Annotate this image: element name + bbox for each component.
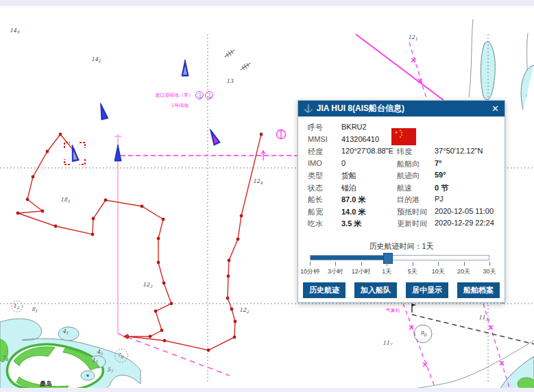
- field-value: PJ: [435, 195, 444, 203]
- tick-label-4: 5天: [408, 267, 417, 276]
- field-value: 87.0 米: [341, 195, 365, 205]
- track-point[interactable]: [207, 349, 210, 352]
- track-point[interactable]: [157, 237, 160, 241]
- field-label: 类型: [308, 171, 323, 181]
- track-point[interactable]: [32, 175, 35, 179]
- track-point[interactable]: [104, 199, 108, 202]
- panel-header: ⚓ JIA HUI 8(AIS船台信息) ✕: [298, 101, 505, 117]
- depth-sounding: 181: [60, 197, 70, 204]
- depth-sounding: 13: [226, 78, 234, 84]
- depth-sounding: 81: [32, 306, 38, 313]
- field-label: 船艏向: [397, 159, 420, 169]
- field-value: 120°27'08.88"E: [341, 147, 393, 155]
- track-point[interactable]: [234, 320, 237, 323]
- field-label: 纬度: [397, 147, 412, 157]
- action-button-3[interactable]: 船舶档案: [457, 282, 500, 298]
- action-button-0[interactable]: 历史航迹: [303, 282, 345, 298]
- action-button-1[interactable]: 加入船队: [354, 282, 397, 298]
- wreck-icon: [223, 48, 236, 60]
- depth-sounding: 12: [13, 303, 20, 310]
- track-point[interactable]: [54, 225, 58, 228]
- tick-mark: [438, 262, 439, 266]
- field-label: 呼号: [308, 123, 323, 133]
- depth-sounding: 115: [478, 315, 489, 321]
- station-label: 气象站: [386, 308, 400, 313]
- depth-sounding: 98: [420, 330, 427, 337]
- track-point[interactable]: [141, 205, 144, 208]
- info-row: 状态锚泊航速0 节: [298, 183, 505, 195]
- track-point[interactable]: [226, 297, 230, 300]
- tick-label-2: 12小时: [352, 267, 371, 276]
- info-row: IMO0船艏向7°: [298, 159, 505, 171]
- depth-contour: [469, 19, 473, 97]
- track-point[interactable]: [227, 275, 230, 278]
- track-point[interactable]: [260, 133, 263, 136]
- track-point[interactable]: [59, 133, 62, 136]
- cable-line: [403, 304, 437, 392]
- ais-info-panel: ⚓ JIA HUI 8(AIS船台信息) ✕ 呼号BKRU2MMSI413206…: [298, 100, 505, 303]
- panel-title: JIA HUI 8(AIS船台信息): [317, 103, 491, 114]
- track-point[interactable]: [162, 218, 165, 221]
- ship[interactable]: [182, 60, 189, 76]
- track-point[interactable]: [228, 259, 231, 262]
- tick-mark: [335, 262, 336, 266]
- track-point[interactable]: [170, 302, 173, 306]
- tick-label-6: 20天: [457, 267, 470, 276]
- field-value: 2020-12-05 11:00: [435, 207, 494, 215]
- field-label: 航迹向: [397, 171, 420, 181]
- track-point[interactable]: [236, 238, 240, 241]
- info-row: 类型货船航迹向59°: [298, 171, 505, 183]
- track-point[interactable]: [163, 339, 167, 343]
- cable-line: [409, 42, 426, 98]
- field-value: 2020-12-29 22:24: [435, 219, 494, 227]
- tick-label-3: 1天: [382, 267, 391, 276]
- field-value: 0: [341, 159, 345, 167]
- depth-sounding: 121: [408, 34, 417, 41]
- ship[interactable]: [97, 102, 108, 120]
- field-label: 船宽: [308, 207, 323, 217]
- track-point[interactable]: [230, 308, 234, 311]
- track-point[interactable]: [157, 261, 160, 265]
- track-point[interactable]: [160, 329, 164, 332]
- field-label: 吃水: [308, 219, 323, 229]
- track-point[interactable]: [240, 215, 243, 218]
- wreck-icon: [239, 61, 252, 73]
- anchorage-label: 1号锚地: [171, 103, 189, 108]
- track-point[interactable]: [16, 212, 20, 215]
- info-row: 吃水3.5 米更新时间2020-12-29 22:24: [298, 219, 505, 231]
- field-label: 预抵时间: [397, 207, 427, 217]
- info-row: 船宽14.0 米预抵时间2020-12-05 11:00: [298, 207, 505, 219]
- anchor-berth-icon: ⚓: [207, 93, 213, 99]
- track-point[interactable]: [92, 217, 95, 221]
- tick-mark: [361, 262, 362, 266]
- info-row: 经度120°27'08.88"E纬度37°50'12.12"N: [298, 147, 505, 159]
- depth-sounding: 124: [253, 178, 263, 185]
- close-icon[interactable]: ✕: [491, 104, 499, 113]
- track-arrow-icon: [123, 334, 128, 339]
- field-value: 7°: [435, 159, 442, 167]
- track-point[interactable]: [46, 150, 49, 154]
- depth-sounding: 142: [91, 56, 101, 63]
- info-row: 船长87.0 米目的港PJ: [298, 195, 505, 207]
- ship[interactable]: [207, 127, 220, 145]
- track-point[interactable]: [26, 198, 29, 201]
- track-point[interactable]: [162, 282, 166, 285]
- bottom-strip: [0, 388, 534, 392]
- slider-track[interactable]: [310, 255, 489, 260]
- tick-label-5: 10天: [432, 267, 445, 276]
- track-point[interactable]: [41, 210, 45, 213]
- tick-mark: [464, 262, 465, 266]
- tick-mark: [310, 262, 311, 266]
- tick-label-1: 3小时: [328, 267, 343, 276]
- track-point[interactable]: [91, 233, 95, 236]
- ship[interactable]: [114, 145, 121, 161]
- shallow-patch: [521, 65, 534, 110]
- track-point[interactable]: [149, 335, 152, 339]
- track-point[interactable]: [233, 336, 236, 339]
- tick-mark: [387, 262, 387, 266]
- panel-buttons: 历史航迹加入船队居中显示船舶档案: [298, 282, 505, 298]
- action-button-2[interactable]: 居中显示: [406, 282, 448, 298]
- field-label: 目的港: [397, 195, 420, 205]
- track-point[interactable]: [154, 310, 158, 313]
- ship-icon: ⚓: [304, 104, 313, 113]
